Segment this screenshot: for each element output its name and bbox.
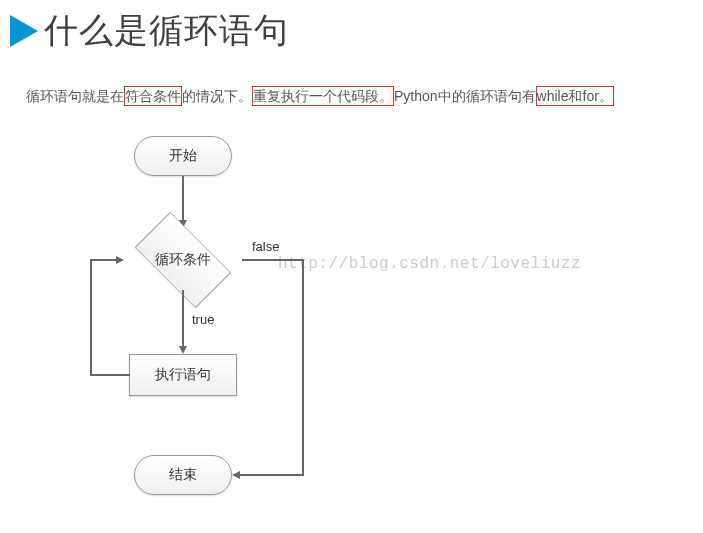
flow-node-label: 循环条件	[155, 251, 211, 269]
flow-node-label: 开始	[169, 147, 197, 165]
flow-edge-label-false: false	[252, 239, 279, 254]
arrow-right-icon	[116, 256, 124, 264]
flow-edge-loop	[90, 260, 92, 376]
triangle-bullet-icon	[10, 15, 38, 47]
flow-node-label: 结束	[169, 466, 197, 484]
desc-highlight-keywords: while和for。	[536, 86, 614, 106]
page-header: 什么是循环语句	[0, 0, 703, 54]
flow-node-end: 结束	[134, 455, 232, 495]
arrow-left-icon	[232, 471, 240, 479]
flow-edge-false	[238, 474, 304, 476]
flow-edge-loop	[90, 259, 118, 261]
page-title: 什么是循环语句	[44, 8, 289, 54]
flow-edge-label-true: true	[192, 312, 214, 327]
flow-node-condition: 循环条件	[123, 230, 243, 290]
flow-node-label: 执行语句	[155, 366, 211, 384]
flow-edge	[182, 176, 184, 222]
arrow-down-icon	[179, 346, 187, 354]
desc-text: 循环语句就是在	[26, 88, 124, 104]
flow-edge-loop	[90, 374, 130, 376]
flowchart: 开始 循环条件 true 执行语句 false 结束	[20, 124, 340, 524]
flow-edge-false	[302, 259, 304, 476]
flow-edge-false	[242, 259, 304, 261]
desc-text: 的情况下。	[182, 88, 252, 104]
description-line: 循环语句就是在符合条件的情况下。重复执行一个代码段。Python中的循环语句有w…	[26, 88, 703, 106]
desc-highlight-repeat: 重复执行一个代码段。	[252, 86, 394, 106]
desc-text: Python中的循环语句有	[394, 88, 536, 104]
flow-node-start: 开始	[134, 136, 232, 176]
flow-node-body: 执行语句	[129, 354, 237, 396]
desc-highlight-condition: 符合条件	[124, 86, 182, 106]
flow-edge-true	[182, 290, 184, 348]
